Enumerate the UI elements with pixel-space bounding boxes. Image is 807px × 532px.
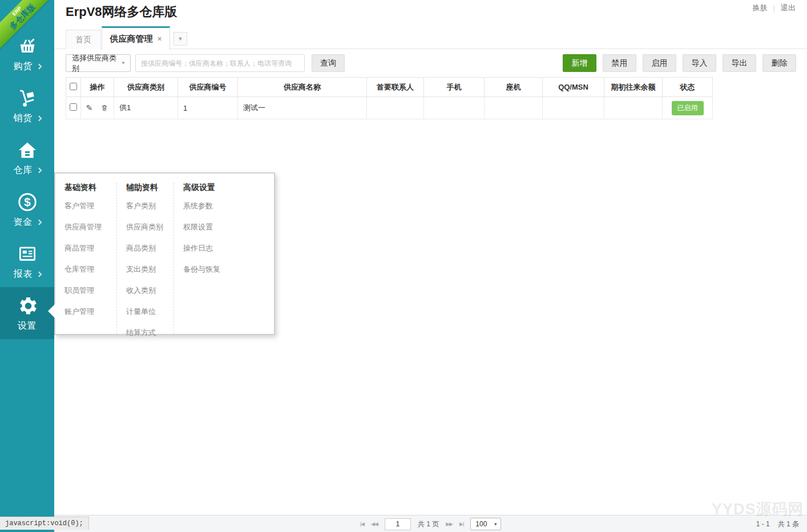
enable-button[interactable]: 启用 <box>643 54 676 72</box>
page-title: ErpV8网络多仓库版 <box>66 3 177 21</box>
page-size-value: 100 <box>475 520 487 528</box>
menu-item-staff-management[interactable]: 职员管理 <box>64 285 116 296</box>
menu-section-advanced: 高级设置 系统参数 权限设置 操作日志 备份与恢复 <box>173 183 274 334</box>
col-name: 供应商名称 <box>238 78 367 97</box>
menu-item-backup-restore[interactable]: 备份与恢复 <box>183 264 274 275</box>
header: ErpV8网络多仓库版 换肤 | 退出 <box>54 0 807 24</box>
row-checkbox[interactable] <box>70 103 77 111</box>
col-primary-contact: 首要联系人 <box>367 78 424 97</box>
chevron-right-icon <box>36 116 42 122</box>
page-number-input[interactable] <box>385 518 411 530</box>
menu-section-title: 高级设置 <box>183 183 274 193</box>
next-page-icon[interactable]: ▶▶ <box>446 521 453 527</box>
export-button[interactable]: 导出 <box>723 54 756 72</box>
chevron-down-icon: ▼ <box>121 61 126 66</box>
menu-item-measure-unit[interactable]: 计量单位 <box>126 307 173 317</box>
menu-item-permissions[interactable]: 权限设置 <box>183 222 274 232</box>
last-page-icon[interactable]: ▶| <box>459 521 463 527</box>
first-page-icon[interactable]: |◀ <box>360 521 364 527</box>
tab-home[interactable]: 首页 <box>66 30 101 49</box>
report-icon <box>15 242 39 266</box>
col-status: 状态 <box>663 78 713 97</box>
tab-strip: 首页 供应商管理 × ▼ <box>54 24 807 49</box>
sidebar-item-label: 资金 <box>14 216 33 228</box>
svg-text:$: $ <box>24 195 31 208</box>
sidebar: 购货 销货 仓库 $ 资金 报表 <box>0 0 54 532</box>
edit-icon[interactable]: ✎ <box>86 103 93 112</box>
table-header-row: 操作 供应商类别 供应商编号 供应商名称 首要联系人 手机 座机 QQ/MSN … <box>66 78 713 97</box>
tab-label: 供应商管理 <box>110 34 152 45</box>
menu-item-system-params[interactable]: 系统参数 <box>183 201 274 211</box>
prev-page-icon[interactable]: ◀◀ <box>371 521 378 527</box>
row-name: 测试一 <box>238 97 367 119</box>
row-primary-contact <box>367 97 424 119</box>
record-range-label: 1 - 1 <box>756 520 770 528</box>
page-size-select[interactable]: 100 ▼ <box>470 518 501 530</box>
row-status-cell: 已启用 <box>663 97 713 119</box>
query-button[interactable]: 查询 <box>312 54 345 72</box>
sidebar-item-label: 设置 <box>18 320 37 332</box>
menu-item-expense-category[interactable]: 支出类别 <box>126 264 173 275</box>
chevron-right-icon <box>36 272 42 277</box>
menu-item-settlement-method[interactable]: 结算方式 <box>126 328 173 338</box>
delete-row-icon[interactable] <box>100 104 108 112</box>
row-operation-cell: ✎ <box>81 97 114 119</box>
close-icon[interactable]: × <box>157 34 162 43</box>
import-button[interactable]: 导入 <box>683 54 716 72</box>
tab-list-dropdown[interactable]: ▼ <box>173 32 187 46</box>
col-landline: 座机 <box>485 78 543 97</box>
warehouse-icon <box>15 138 39 162</box>
site-watermark: YYDS源码网 <box>712 499 804 519</box>
menu-item-supplier-category[interactable]: 供应商类别 <box>126 222 173 232</box>
popup-arrow-left <box>41 304 55 319</box>
delete-button[interactable]: 删除 <box>762 54 796 72</box>
chevron-right-icon <box>36 64 42 70</box>
handtruck-icon <box>15 86 39 110</box>
col-code: 供应商编号 <box>178 78 238 97</box>
supplier-table: 操作 供应商类别 供应商编号 供应商名称 首要联系人 手机 座机 QQ/MSN … <box>66 77 713 119</box>
row-mobile <box>424 97 485 119</box>
pagination-bar: |◀ ◀◀ 共 1 页 ▶▶ ▶| 100 ▼ 1 - 1 共 1 条 <box>54 515 807 532</box>
row-qq-msn <box>543 97 604 119</box>
sidebar-item-warehouse[interactable]: 仓库 <box>0 131 54 183</box>
chevron-right-icon <box>36 220 42 225</box>
add-button[interactable]: 新增 <box>563 54 596 72</box>
row-opening-balance <box>604 97 663 119</box>
menu-item-operation-log[interactable]: 操作日志 <box>183 243 274 253</box>
menu-item-customer-category[interactable]: 客户类别 <box>126 201 173 211</box>
menu-section-auxiliary: 辅助资料 客户类别 供应商类别 商品类别 支出类别 收入类别 计量单位 结算方式 <box>116 183 173 334</box>
menu-item-supplier-management[interactable]: 供应商管理 <box>64 222 116 232</box>
sidebar-item-label: 销货 <box>14 112 33 124</box>
menu-item-product-category[interactable]: 商品类别 <box>126 243 173 253</box>
sidebar-item-reports[interactable]: 报表 <box>0 235 54 287</box>
browser-status-tooltip: javascript:void(0); <box>0 517 89 530</box>
sidebar-item-label: 购货 <box>14 61 33 72</box>
select-all-checkbox[interactable] <box>70 83 77 90</box>
col-operation: 操作 <box>81 78 114 97</box>
row-code: 1 <box>178 97 238 119</box>
basket-icon <box>15 34 39 58</box>
sidebar-item-label: 仓库 <box>14 164 33 176</box>
settings-popup-menu: 基础资料 客户管理 供应商管理 商品管理 仓库管理 职员管理 账户管理 辅助资料… <box>54 172 275 335</box>
chevron-right-icon <box>36 168 42 174</box>
menu-section-title: 基础资料 <box>64 183 116 193</box>
select-value: 选择供应商类别 <box>72 53 121 74</box>
menu-section-title: 辅助资料 <box>126 183 173 193</box>
disable-button[interactable]: 禁用 <box>603 54 636 72</box>
sidebar-item-funds[interactable]: $ 资金 <box>0 183 54 235</box>
menu-item-account-management[interactable]: 账户管理 <box>64 307 116 317</box>
sidebar-item-label: 报表 <box>14 268 33 280</box>
tab-supplier-management[interactable]: 供应商管理 × <box>102 26 170 50</box>
supplier-category-select[interactable]: 选择供应商类别 ▼ <box>66 54 131 72</box>
logout-link[interactable]: 退出 <box>781 3 796 13</box>
search-input[interactable] <box>135 54 305 72</box>
menu-item-customer-management[interactable]: 客户管理 <box>64 201 116 211</box>
sidebar-item-sales[interactable]: 销货 <box>0 79 54 131</box>
change-skin-link[interactable]: 换肤 <box>753 3 768 13</box>
menu-item-income-category[interactable]: 收入类别 <box>126 285 173 296</box>
menu-item-warehouse-management[interactable]: 仓库管理 <box>64 264 116 275</box>
menu-item-product-management[interactable]: 商品管理 <box>64 243 116 253</box>
toolbar: 选择供应商类别 ▼ 查询 新增 禁用 启用 导入 导出 删除 <box>54 49 807 77</box>
col-mobile: 手机 <box>424 78 485 97</box>
chevron-down-icon: ▼ <box>178 36 183 42</box>
